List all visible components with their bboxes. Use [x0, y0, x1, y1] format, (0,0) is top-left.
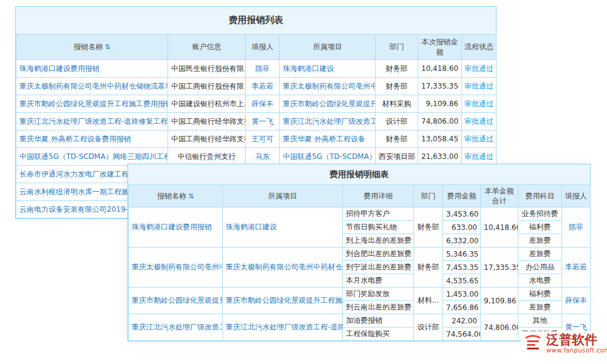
- column-label: 填报人: [252, 42, 274, 51]
- expense-list-row: 珠海鹤港口建设费用报销中国民生银行股份有限...陈菲珠海鹤港口建设财务部10,4…: [16, 60, 497, 78]
- detail-name-cell[interactable]: 重庆市鹅岭公园绿化景观提升工程: [129, 288, 223, 314]
- status-cell[interactable]: 审批通过: [462, 130, 497, 148]
- expense-detail-title: 费用报销明细表: [128, 164, 590, 184]
- column-header-1[interactable]: 报销名称⇅: [16, 35, 168, 60]
- column-label: 本次报销金额: [422, 38, 458, 56]
- amount-cell: 21,633.00: [418, 148, 462, 166]
- column-label: 账户信息: [192, 42, 222, 51]
- column-label: 部门: [390, 42, 404, 51]
- column-label: 费用科目: [526, 192, 555, 200]
- category-cell: 差旅费: [518, 301, 562, 314]
- status-cell[interactable]: 审批通过: [462, 78, 497, 95]
- expense-page: 费用报销列表 报销名称⇅账户信息填报人所属项目部门本次报销金额流程状态 珠海鹤港…: [0, 0, 607, 364]
- column-header-7: 费用科目: [518, 185, 562, 207]
- amount-cell: 17,335.35: [418, 78, 462, 95]
- status-cell[interactable]: 审批通过: [462, 148, 497, 166]
- account-cell: 中国建设银行杭州市上...: [168, 95, 246, 113]
- category-cell: 业务招待费: [518, 207, 562, 221]
- expense-detail-panel: 费用报销明细表 报销名称⇅所属项目费用详细部门费用金额本单金额合计费用科目填报人…: [127, 164, 591, 342]
- item-amount-cell: 242.00: [443, 314, 481, 328]
- status-cell[interactable]: 审批通过: [462, 60, 497, 78]
- column-header-1[interactable]: 报销名称⇅: [129, 185, 223, 207]
- detail-dept-cell: 设计部: [414, 314, 443, 341]
- reporter-cell[interactable]: 马东: [246, 148, 280, 166]
- detail-body: 珠海鹤港口建设费用报销珠海鹤港口建设招待甲方客户财务部3,453.6010,41…: [129, 207, 591, 341]
- fanpu-logo[interactable]: 泛普软件 www.fanpusoft.com: [521, 331, 607, 356]
- column-label: 部门: [421, 192, 436, 200]
- expense-list-row: 中国联通5G（TD-SCDMA）网络三期四川工程费...中信银行贵州支行马东中国…: [16, 148, 497, 166]
- sort-icon[interactable]: ⇅: [104, 43, 110, 51]
- expense-item-cell: 到云南出差的差旅费: [343, 301, 414, 314]
- category-cell: 福利费: [518, 288, 562, 301]
- status-cell[interactable]: 审批通过: [462, 113, 497, 130]
- expense-name-cell[interactable]: 珠海鹤港口建设费用报销: [16, 60, 168, 78]
- expense-item-cell: 本月水电费: [343, 274, 414, 288]
- detail-dept-cell: 财务部: [414, 207, 443, 248]
- column-label: 流程状态: [464, 42, 493, 51]
- column-header-2: 账户信息: [168, 35, 246, 60]
- column-label: 所属项目: [268, 192, 297, 200]
- column-label: 本单金额合计: [485, 187, 514, 205]
- detail-reporter-cell[interactable]: 陈菲: [562, 207, 591, 248]
- item-amount-cell: 633.00: [443, 221, 481, 234]
- column-label: 填报人: [565, 192, 587, 200]
- dept-cell: 西安项目部: [376, 148, 418, 166]
- column-header-7: 流程状态: [462, 35, 497, 60]
- category-cell: 福利费: [518, 221, 562, 234]
- brand-url[interactable]: www.fanpusoft.com: [546, 347, 607, 354]
- account-cell: 中国工商银行经华路支行: [168, 130, 246, 148]
- amount-cell: 10,418.60: [418, 60, 462, 78]
- project-cell[interactable]: 重庆华夏 外高桥工程设备: [280, 130, 376, 148]
- project-cell[interactable]: 珠海鹤港口建设: [280, 60, 376, 78]
- item-amount-cell: 5,346.35: [443, 248, 481, 261]
- column-label: 报销名称: [157, 192, 186, 200]
- project-cell[interactable]: 重庆江北污水处理厂级改造工...: [280, 113, 376, 130]
- expense-detail-row: 重庆江北污水处理厂级改造工程-重庆江北污水处理厂级改造工程-道路修复工程加油费报…: [129, 314, 591, 328]
- detail-project-cell[interactable]: 重庆市鹅岭公园绿化景观提升工程施工: [223, 288, 343, 314]
- status-cell[interactable]: 审批通过: [462, 95, 497, 113]
- column-header-6: 本次报销金额: [418, 35, 462, 60]
- account-cell: 中国工商银行股份有限: [168, 78, 246, 95]
- project-cell[interactable]: 中国联通5G（TD-SCDMA）网...: [280, 148, 376, 166]
- header-row: 报销名称⇅账户信息填报人所属项目部门本次报销金额流程状态: [16, 35, 497, 60]
- expense-list-row: 重庆华夏 外高桥工程设备费用报销中国工商银行经华路支行王可可重庆华夏 外高桥工程…: [16, 130, 497, 148]
- column-header-5: 部门: [376, 35, 418, 60]
- dept-cell: 材料采购: [376, 95, 418, 113]
- expense-item-cell: 部门奖励发放: [343, 288, 414, 301]
- detail-name-cell[interactable]: 珠海鹤港口建设费用报销: [129, 207, 223, 248]
- reporter-cell[interactable]: 黄一飞: [246, 113, 280, 130]
- item-amount-cell: 3,453.60: [443, 207, 481, 221]
- reporter-cell[interactable]: 陈菲: [246, 60, 280, 78]
- category-cell: 差旅费: [518, 248, 562, 261]
- reporter-cell[interactable]: 薛保丰: [246, 95, 280, 113]
- expense-detail-row: 重庆太极制药有限公司亳州中药材重庆太极制药有限公司亳州中药材仓储物流到合肥出差的…: [129, 248, 591, 261]
- brand-name: 泛普软件: [546, 332, 607, 347]
- detail-project-cell[interactable]: 珠海鹤港口建设: [223, 207, 343, 248]
- expense-item-cell: 节假日购买礼物: [343, 221, 414, 234]
- detail-project-cell[interactable]: 重庆江北污水处理厂级改造工程-道路修复工程: [223, 314, 343, 341]
- account-cell: 中国民生银行股份有限...: [168, 60, 246, 78]
- expense-name-cell[interactable]: 重庆华夏 外高桥工程设备费用报销: [16, 130, 168, 148]
- column-header-4: 所属项目: [280, 35, 376, 60]
- amount-cell: 13,058.45: [418, 130, 462, 148]
- column-label: 费用金额: [447, 192, 476, 200]
- detail-reporter-cell[interactable]: 薛保丰: [562, 288, 591, 314]
- expense-detail-table: 报销名称⇅所属项目费用详细部门费用金额本单金额合计费用科目填报人 珠海鹤港口建设…: [128, 184, 591, 341]
- expense-name-cell[interactable]: 重庆市鹅岭公园绿化景观提升工程施工费用报销: [16, 95, 168, 113]
- column-label: 报销名称: [73, 42, 103, 51]
- detail-reporter-cell[interactable]: 李若若: [562, 248, 591, 288]
- expense-name-cell[interactable]: 中国联通5G（TD-SCDMA）网络三期四川工程费...: [16, 148, 168, 166]
- reporter-cell[interactable]: 王可可: [246, 130, 280, 148]
- detail-project-cell[interactable]: 重庆太极制药有限公司亳州中药材仓储物流: [223, 248, 343, 288]
- project-cell[interactable]: 重庆市鹅岭公园绿化景观提升...: [280, 95, 376, 113]
- reporter-cell[interactable]: 李若若: [246, 78, 280, 95]
- expense-name-cell[interactable]: 重庆太极制药有限公司亳州中药材仓储物流基地项...: [16, 78, 168, 95]
- dept-cell: 财务部: [376, 130, 418, 148]
- column-header-8: 填报人: [562, 185, 591, 207]
- project-cell[interactable]: 重庆太极制药有限公司亳州中...: [280, 78, 376, 95]
- detail-name-cell[interactable]: 重庆太极制药有限公司亳州中药材: [129, 248, 223, 288]
- expense-item-cell: 加油费报销: [343, 314, 414, 328]
- detail-name-cell[interactable]: 重庆江北污水处理厂级改造工程-: [129, 314, 223, 341]
- sort-icon[interactable]: ⇅: [188, 192, 194, 200]
- expense-name-cell[interactable]: 重庆江北污水处理厂级改造工程-道路修复工程费用...: [16, 113, 168, 130]
